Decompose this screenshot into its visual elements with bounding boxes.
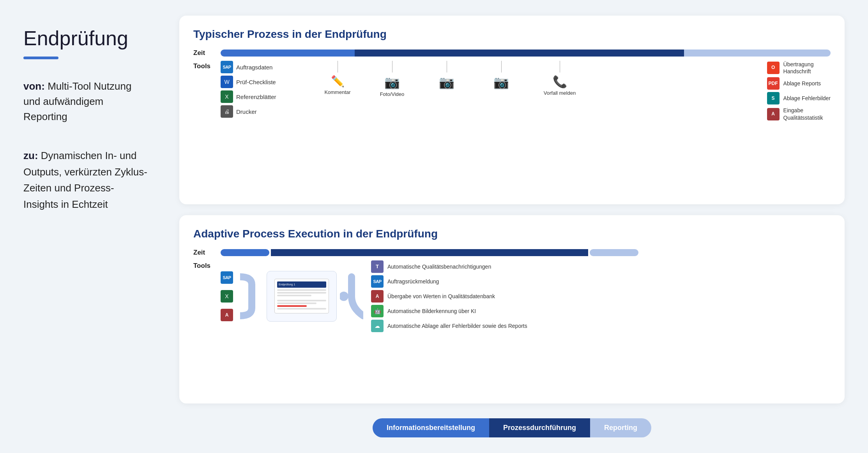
tool-pdf: PDF Ablage Reports xyxy=(767,77,831,90)
top-timeline-row: Zeit xyxy=(193,49,831,57)
doc-line-3 xyxy=(277,295,311,296)
adaptive-item-teams-label: Automatische Qualitätsbenachrichtigungen xyxy=(387,264,491,270)
tool-pdf-label: Ablage Reports xyxy=(783,80,821,87)
tool-sap-label: Auftragsdaten xyxy=(236,64,272,71)
doc-line-2 xyxy=(277,292,326,294)
top-tools-row: Tools SAP Auftragsdaten W Prüf-Checklist… xyxy=(193,61,831,121)
zu-label: zu: xyxy=(23,150,38,161)
adaptive-item-access-label: Übergabe von Werten in Qualitätsdatenban… xyxy=(387,293,495,299)
cloud-icon: ☁ xyxy=(371,320,384,332)
doc-spacer xyxy=(277,297,326,300)
word-icon: W xyxy=(221,76,233,88)
top-timeline-bars xyxy=(221,50,831,57)
vorfall-label: Vorfall melden xyxy=(544,90,576,96)
doc-line-6 xyxy=(277,308,326,310)
tool-sharepoint: S Ablage Fehlerbilder xyxy=(767,92,831,104)
bottom-timeline-row: Zeit xyxy=(193,249,831,257)
sap-icon: SAP xyxy=(221,61,233,73)
flow-wave-right xyxy=(340,273,363,320)
connector-kommentar xyxy=(338,61,338,73)
bar-lightblue-small xyxy=(590,249,638,256)
tool-group-right: O ÜbertragungHandschrift PDF Ablage Repo… xyxy=(767,61,831,121)
camera3-icon: 📷 xyxy=(493,75,509,90)
connector-camera2 xyxy=(447,61,447,73)
tab-informationsbereitstellung[interactable]: Informationsbereitstellung xyxy=(373,418,489,437)
pdf-icon: PDF xyxy=(767,77,780,90)
doc-line-1 xyxy=(277,289,326,291)
adaptive-item-sap-label: Auftragsrückmeldung xyxy=(387,278,439,285)
access-icon: A xyxy=(767,108,780,120)
tool-printer-label: Drucker xyxy=(236,108,257,115)
accent-bar xyxy=(23,57,58,59)
top-card: Typischer Prozess in der Endprüfung Zeit… xyxy=(179,16,845,204)
bottom-tabs: Informationsbereitstellung Prozessdurchf… xyxy=(179,418,845,437)
bottom-timeline-bars xyxy=(221,249,831,256)
adaptive-item-cloud: ☁ Automatische Ablage aller Fehlerbilder… xyxy=(371,320,527,332)
top-card-title: Typischer Prozess in der Endprüfung xyxy=(193,28,831,41)
teams-icon: T xyxy=(371,260,384,273)
left-panel: Endprüfung von: Multi-Tool Nutzung und a… xyxy=(0,0,168,453)
camera3-vorfall-group: 📷 📞 Vorfall melden xyxy=(478,61,583,96)
tool-office365-label: ÜbertragungHandschrift xyxy=(783,61,814,75)
adaptive-sap-icon: SAP xyxy=(221,271,233,284)
adaptive-right-list: T Automatische Qualitätsbenachrichtigung… xyxy=(371,260,527,332)
bar-darkblue-bottom xyxy=(271,249,588,256)
doc-inner: Endprüfung 1 xyxy=(274,279,329,313)
tool-access: A EingabeQualitätsstatistik xyxy=(767,107,831,121)
camera2-col: 📷 xyxy=(423,61,470,90)
adaptive-sap-icon2: SAP xyxy=(371,275,384,288)
connector-vorfall xyxy=(560,61,560,73)
tool-excel: X Referenzblätter xyxy=(221,90,276,103)
connector-camera1 xyxy=(392,61,392,73)
sharepoint-icon: S xyxy=(767,92,780,104)
tab-prozessdurchfuhrung[interactable]: Prozessdurchführung xyxy=(489,418,590,437)
adaptive-item-ai-label: Automatische Bilderkennung über KI xyxy=(387,308,476,314)
bar-lightblue xyxy=(684,50,831,57)
kommentar-col: ✏️ Kommentar xyxy=(314,61,361,95)
doc-line-4 xyxy=(277,300,326,301)
adaptive-item-cloud-label: Automatische Ablage aller Fehlerbilder s… xyxy=(387,323,527,329)
adaptive-excel-icon: X xyxy=(221,290,233,303)
camera2-icon: 📷 xyxy=(439,75,454,90)
zu-text: zu: Dynamischen In- und Outputs, verkürz… xyxy=(23,148,148,212)
camera1-col: 📷 Foto/Video xyxy=(369,61,415,97)
adaptive-item-teams: T Automatische Qualitätsbenachrichtigung… xyxy=(371,260,527,273)
bottom-card-title: Adaptive Process Execution in der Endprü… xyxy=(193,228,831,240)
middle-tools-area: ✏️ Kommentar 📷 Foto/Video 📷 xyxy=(314,61,583,97)
adaptive-flow-area: SAP X A Endprüfung 1 xyxy=(221,271,363,322)
camera3-vorfall-col: 📷 📞 Vorfall melden xyxy=(478,61,583,96)
bar-blue-small xyxy=(221,249,269,256)
tool-printer: 🖨 Drucker xyxy=(221,105,257,118)
camera1-icon: 📷 xyxy=(384,75,400,90)
flow-wave-left xyxy=(240,273,263,320)
bottom-card: Adaptive Process Execution in der Endprü… xyxy=(179,215,845,404)
kommentar-label: Kommentar xyxy=(324,89,350,95)
pencil-icon: ✏️ xyxy=(331,75,345,88)
tool-excel-label: Referenzblätter xyxy=(236,94,276,100)
bottom-tools-label: Tools xyxy=(193,260,221,270)
von-label: von: xyxy=(23,80,45,92)
tool-sharepoint-label: Ablage Fehlerbilder xyxy=(783,95,831,102)
top-tools-label: Tools xyxy=(193,61,221,70)
adaptive-access-icon: A xyxy=(221,309,233,321)
right-panel: Typischer Prozess in der Endprüfung Zeit… xyxy=(168,0,868,453)
adaptive-item-ai: 🤖 Automatische Bilderkennung über KI xyxy=(371,305,527,317)
printer-icon: 🖨 xyxy=(221,105,233,118)
excel-icon: X xyxy=(221,90,233,103)
bar-darkblue xyxy=(355,50,684,57)
foto-video-label: Foto/Video xyxy=(380,91,405,97)
bottom-zeit-label: Zeit xyxy=(193,249,221,257)
ai-icon: 🤖 xyxy=(371,305,384,317)
bar-blue xyxy=(221,50,355,57)
svg-point-0 xyxy=(340,292,348,301)
tool-office365: O ÜbertragungHandschrift xyxy=(767,61,831,75)
tool-word: W Prüf-Checkliste xyxy=(221,76,276,88)
tool-access-label: EingabeQualitätsstatistik xyxy=(783,107,823,121)
tab-reporting[interactable]: Reporting xyxy=(590,418,651,437)
doc-line-5 xyxy=(277,303,316,304)
bottom-tools-content: SAP X A Endprüfung 1 xyxy=(221,260,831,332)
page-title: Endprüfung xyxy=(23,27,148,50)
adaptive-item-sap: SAP Auftragsrückmeldung xyxy=(371,275,527,288)
doc-line-red xyxy=(277,305,307,307)
tool-group-left: SAP Auftragsdaten W Prüf-Checkliste X Re… xyxy=(221,61,291,118)
